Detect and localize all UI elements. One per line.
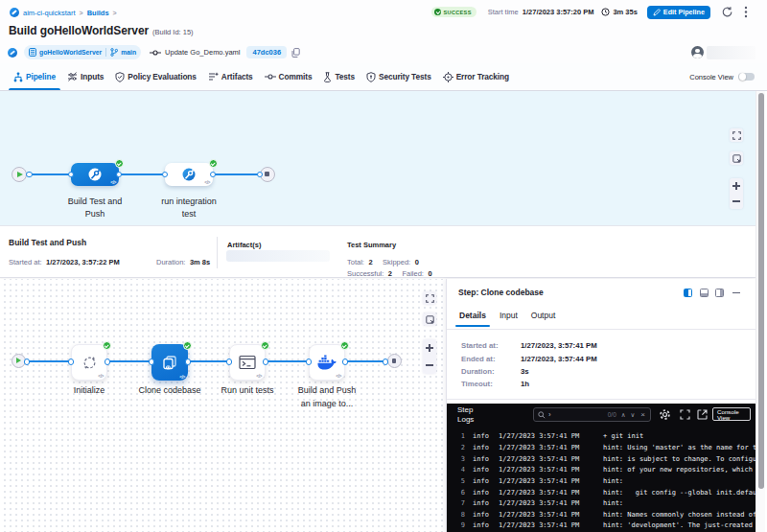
log-line: 6 info 1/27/2023 3:57:41 PM hint: git co… bbox=[447, 487, 756, 498]
tab-tests[interactable]: Tests bbox=[323, 63, 355, 90]
layout-bottom-icon[interactable] bbox=[700, 289, 709, 297]
open-in-new-icon[interactable] bbox=[697, 409, 708, 420]
toggle-knob bbox=[739, 73, 747, 81]
tab-inputs[interactable]: Inputs bbox=[67, 63, 104, 90]
build-id: (Build Id: 15) bbox=[152, 28, 194, 36]
step-label-initialize[interactable]: Initialize bbox=[46, 384, 132, 398]
terminal-icon bbox=[239, 355, 256, 370]
log-line: 7 info 1/27/2023 3:57:41 PM hint: bbox=[447, 498, 756, 510]
zoom-out-button[interactable] bbox=[732, 197, 740, 205]
tab-pipeline[interactable]: Pipeline bbox=[13, 63, 56, 90]
breadcrumb-builds[interactable]: Builds bbox=[87, 9, 109, 17]
app: aim-ci-quickstart > Builds > SUCCESS Sta… bbox=[0, 0, 767, 532]
panel-layout-controls bbox=[677, 289, 741, 297]
zoom-in-button[interactable] bbox=[426, 344, 433, 352]
tab-artifacts[interactable]: Artifacts bbox=[208, 63, 253, 90]
log-level: info bbox=[473, 521, 489, 529]
artifact-link-redacted[interactable] bbox=[226, 250, 330, 263]
fit-to-screen-button[interactable] bbox=[423, 312, 436, 326]
branch-name: main bbox=[121, 49, 136, 56]
stage-success-badge bbox=[209, 159, 218, 168]
repo-name: goHelloWorldServer bbox=[39, 49, 102, 56]
log-line-number: 2 bbox=[451, 444, 465, 451]
git-branch-icon bbox=[110, 48, 118, 57]
search-next-icon[interactable]: ∨ bbox=[631, 411, 636, 419]
kebab-menu-icon[interactable] bbox=[744, 6, 748, 18]
console-view-toggle[interactable] bbox=[738, 73, 755, 81]
search-count: 0/0 bbox=[608, 411, 616, 418]
clone-codebase-icon bbox=[161, 354, 178, 371]
stage-node-run-integration-test[interactable]: </> bbox=[165, 163, 213, 186]
stage-label-build-test-and-push[interactable]: Build Test andPush bbox=[52, 196, 138, 221]
console-header: Step Logs › 0/0 ∧ ∨ × bbox=[447, 404, 756, 428]
duration-label: Duration: bbox=[156, 258, 185, 266]
detail-row: Started at: 1/27/2023, 3:57:41 PM bbox=[461, 339, 739, 352]
step-node-build-and-push-image[interactable]: </> bbox=[309, 344, 345, 381]
tab-details[interactable]: Details bbox=[459, 311, 486, 327]
breadcrumb-project[interactable]: aim-ci-quickstart bbox=[23, 9, 76, 17]
zoom-controls bbox=[730, 178, 743, 209]
step-label-clone-codebase[interactable]: Clone codebase bbox=[122, 384, 218, 398]
log-fullscreen-icon[interactable] bbox=[680, 409, 690, 420]
log-message: hint: bbox=[603, 499, 623, 507]
fullscreen-button[interactable] bbox=[730, 128, 743, 142]
step-panel-tabs: Details Input Output bbox=[459, 311, 569, 327]
ci-stage-icon bbox=[181, 167, 197, 182]
log-line: 8 info 1/27/2023 3:57:41 PM hint: Names … bbox=[447, 509, 756, 520]
tab-commits[interactable]: Commits bbox=[265, 63, 313, 90]
user-name-redacted bbox=[707, 46, 755, 59]
step-graph-canvas[interactable]: </> </> </> </> bbox=[0, 279, 446, 532]
log-line: 9 info 1/27/2023 3:57:41 PM hint: 'devel… bbox=[447, 520, 756, 532]
log-message: hint: git config --global init.defaultBr… bbox=[603, 489, 756, 497]
page-scrollbar[interactable] bbox=[755, 91, 765, 532]
log-settings-gear-icon[interactable] bbox=[659, 408, 671, 421]
tabs: Pipeline Inputs Policy Evaluations Artif… bbox=[13, 63, 521, 90]
scrollbar-thumb[interactable] bbox=[758, 93, 765, 489]
tab-output[interactable]: Output bbox=[531, 311, 556, 327]
layout-float-icon[interactable] bbox=[715, 289, 724, 297]
zoom-out-button[interactable] bbox=[426, 361, 433, 369]
step-label-build-and-push[interactable]: Build and Pushan image to... bbox=[284, 384, 370, 410]
tab-policy-evaluations[interactable]: Policy Evaluations bbox=[115, 63, 197, 90]
copy-icon[interactable] bbox=[291, 48, 300, 58]
log-timestamp: 1/27/2023 3:57:41 PM bbox=[499, 499, 579, 507]
tab-error-tracking[interactable]: Error Tracking bbox=[443, 63, 509, 90]
tab-commits-label: Commits bbox=[279, 72, 313, 81]
fit-to-screen-button[interactable] bbox=[730, 151, 743, 165]
search-prev-icon[interactable]: ∧ bbox=[621, 411, 626, 419]
stage-start-node bbox=[12, 167, 27, 182]
stage-graph-canvas[interactable]: </> </> Build Test andPush run integrati… bbox=[0, 91, 755, 225]
commit-hash-pill[interactable]: 47dc036 bbox=[246, 46, 287, 59]
edit-pipeline-button[interactable]: Edit Pipeline bbox=[647, 6, 710, 19]
commit-message: Update Go_Demo.yaml bbox=[165, 48, 240, 57]
stage-label-run-integration-test[interactable]: run integrationtest bbox=[146, 196, 232, 221]
refresh-icon[interactable] bbox=[721, 6, 733, 18]
step-detail-rows: Started at: 1/27/2023, 3:57:41 PM Ended … bbox=[461, 339, 739, 391]
user-avatar-icon[interactable] bbox=[691, 46, 704, 58]
console-view-button[interactable]: Console View bbox=[712, 407, 751, 422]
search-close-icon[interactable]: × bbox=[640, 410, 645, 419]
tab-security-tests[interactable]: Security Tests bbox=[366, 63, 431, 90]
minimize-icon[interactable] bbox=[732, 292, 740, 294]
log-lines: 1 info 1/27/2023 3:57:41 PM + git init 2… bbox=[447, 431, 756, 532]
fullscreen-button[interactable] bbox=[423, 291, 436, 305]
step-type-glyph: </> bbox=[336, 373, 341, 379]
step-node-clone-codebase[interactable]: </> bbox=[151, 344, 188, 381]
tab-input[interactable]: Input bbox=[500, 311, 518, 327]
stage-node-build-test-and-push[interactable]: </> bbox=[71, 163, 119, 186]
detail-label: Ended at: bbox=[461, 355, 521, 363]
repo-branch-pill[interactable]: goHelloWorldServer main bbox=[24, 45, 141, 59]
log-timestamp: 1/27/2023 3:57:41 PM bbox=[499, 521, 579, 529]
search-caret: › bbox=[548, 410, 551, 419]
step-node-initialize[interactable]: </> bbox=[71, 344, 107, 381]
zoom-in-button[interactable] bbox=[732, 182, 740, 190]
step-node-run-unit-tests[interactable]: </> bbox=[229, 344, 266, 381]
step-label-run-unit-tests[interactable]: Run unit tests bbox=[204, 384, 291, 398]
log-search-input[interactable]: › 0/0 ∧ ∨ × bbox=[533, 407, 651, 422]
detail-label: Duration: bbox=[461, 367, 521, 376]
layout-right-icon[interactable] bbox=[684, 289, 692, 297]
tab-pipeline-label: Pipeline bbox=[26, 72, 56, 81]
step-type-glyph: </> bbox=[204, 179, 210, 185]
stage-summary-band: Build Test and Push Started at: 1/27/202… bbox=[0, 225, 755, 278]
step-success-badge bbox=[183, 341, 192, 350]
